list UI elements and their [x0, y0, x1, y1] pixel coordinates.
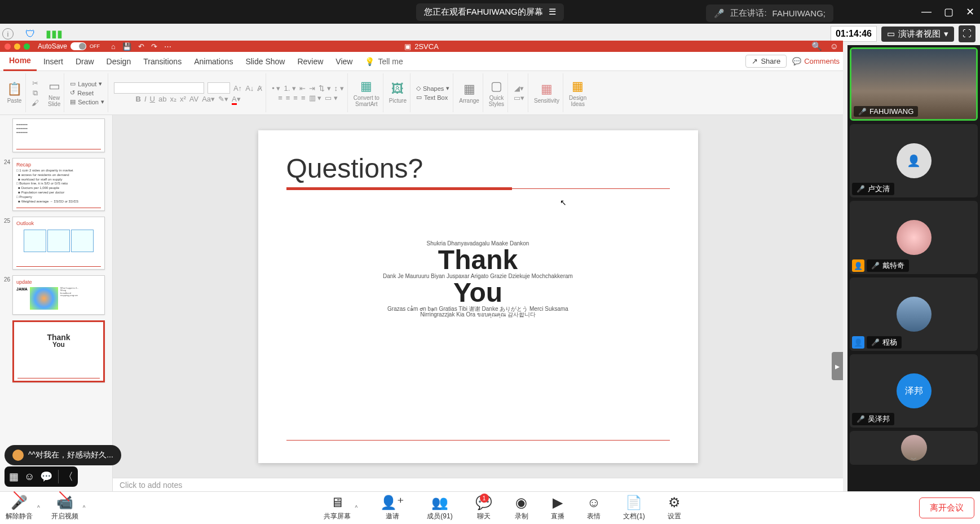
bullets-icon[interactable]: • ▾ — [272, 84, 280, 93]
docs-button[interactable]: 📄 文档(1) — [623, 495, 645, 521]
case-icon[interactable]: Aa▾ — [202, 95, 215, 103]
arrange-group[interactable]: ▦ Arrange — [456, 73, 483, 112]
chat-button[interactable]: 💬 1 聊天 — [475, 495, 492, 521]
shape-outline-icon[interactable]: ▭▾ — [514, 94, 524, 102]
toggle-off-icon[interactable] — [70, 42, 86, 50]
record-button[interactable]: ◉ 录制 — [515, 495, 528, 521]
bold-icon[interactable]: B — [136, 95, 141, 103]
slide-thumbnail-active[interactable]: Thank You — [12, 320, 105, 382]
font-color-icon[interactable]: A▾ — [232, 95, 241, 103]
slide-thumbnail[interactable]: Recap □ 1 coin 2 sides on disparity in m… — [12, 158, 105, 211]
tab-tellme[interactable]: 💡 Tell me — [359, 52, 408, 71]
close-dot-icon[interactable] — [5, 43, 11, 50]
align-text-icon[interactable]: ▭ ▾ — [325, 94, 338, 102]
paste-group[interactable]: 📋 Paste — [3, 73, 26, 112]
close-icon[interactable]: ✕ — [966, 6, 974, 18]
align-right-icon[interactable]: ≡ — [293, 94, 298, 102]
unmute-button[interactable]: 🎤 解除静音 — [6, 495, 33, 521]
strike-icon[interactable]: ab — [158, 95, 166, 103]
tab-home[interactable]: Home — [3, 51, 37, 71]
slide-canvas[interactable]: Questions? Shukria Dhanyavadagalu Maake … — [113, 115, 843, 478]
viewing-banner[interactable]: 您正在观看FAHUIWANG的屏幕 ☰ — [416, 3, 563, 21]
new-slide-group[interactable]: ▭ New Slide — [45, 73, 64, 112]
participants-button[interactable]: 👥 成员(91) — [427, 495, 452, 521]
minimize-dot-icon[interactable] — [14, 43, 20, 50]
video-tile[interactable]: ︿ 🎤 FAHUIWANG — [850, 47, 978, 121]
chevron-up-icon[interactable]: ^ — [83, 505, 86, 511]
tab-view[interactable]: View — [330, 52, 358, 71]
notes-pane[interactable]: Click to add notes — [113, 478, 843, 491]
chevron-up-icon[interactable]: ^ — [37, 505, 40, 511]
video-tile[interactable]: 👤 🎤 戴特奇 — [850, 201, 978, 274]
indent-increase-icon[interactable]: ⇥ — [309, 84, 315, 93]
convert-smartart-group[interactable]: ▦ Convert to SmartArt — [350, 73, 383, 112]
tab-transitions[interactable]: Transitions — [138, 52, 187, 71]
highlight-icon[interactable]: ✎▾ — [218, 95, 228, 103]
fullscreen-button[interactable]: ⛶ — [959, 25, 975, 42]
reactions-button[interactable]: ☺ 表情 — [587, 495, 601, 521]
shapes-button[interactable]: ◇ Shapes ▾ — [416, 85, 449, 92]
autosave-toggle[interactable]: AutoSave OFF — [38, 42, 100, 50]
maximize-icon[interactable]: ▢ — [944, 6, 953, 18]
side-panel-collapse-tab[interactable]: ▸ — [832, 352, 843, 380]
slide-thumbnails-panel[interactable]: ━━━━━━━━━━━━━━━ 24 Recap □ 1 coin 2 side… — [0, 115, 113, 491]
chat-bubble-icon[interactable]: 💬 — [40, 470, 52, 483]
tab-slideshow[interactable]: Slide Show — [240, 52, 290, 71]
tab-draw[interactable]: Draw — [70, 52, 100, 71]
shield-icon[interactable]: 🛡 — [24, 27, 37, 41]
thumbnail-row[interactable]: 24 Recap □ 1 coin 2 sides on disparity i… — [2, 158, 110, 211]
participants-panel[interactable]: ︿ 🎤 FAHUIWANG 👤 🎤 卢文清 👤 🎤 戴特奇 👤 🎤 程杨 泽邦 — [847, 45, 980, 491]
slide-thumbnail[interactable]: ━━━━━━━━━━━━━━━ — [12, 118, 105, 152]
info-icon[interactable]: i — [2, 28, 14, 39]
picture-group[interactable]: 🖼 Picture — [386, 73, 410, 112]
comments-button[interactable]: 💬 Comments — [792, 57, 840, 65]
shape-fill-icon[interactable]: ◢▾ — [514, 84, 524, 93]
thumbnail-row[interactable]: ━━━━━━━━━━━━━━━ — [2, 118, 110, 152]
numbering-icon[interactable]: 1. ▾ — [284, 84, 295, 93]
start-video-button[interactable]: 📹 开启视频 — [51, 495, 78, 521]
maximize-dot-icon[interactable] — [24, 43, 30, 50]
slide-thumbnail[interactable]: Outlook — [12, 217, 105, 270]
tab-insert[interactable]: Insert — [38, 52, 69, 71]
current-slide[interactable]: Questions? Shukria Dhanyavadagalu Maake … — [258, 130, 698, 463]
share-screen-button[interactable]: 🖥 共享屏幕 — [324, 495, 351, 521]
copy-icon[interactable]: ⧉ — [33, 89, 38, 98]
superscript-icon[interactable]: x² — [180, 95, 186, 103]
textbox-button[interactable]: ▭ Text Box — [416, 94, 449, 101]
section-button[interactable]: ▤ Section ▾ — [70, 98, 104, 105]
font-family-select[interactable] — [114, 82, 204, 94]
view-mode-button[interactable]: ▭ 演讲者视图 ▾ — [881, 27, 954, 42]
reset-button[interactable]: ↺ Reset — [70, 89, 104, 96]
line-spacing-icon[interactable]: ⇅ ▾ — [319, 84, 331, 93]
subscript-icon[interactable]: x₂ — [170, 95, 176, 103]
char-spacing-icon[interactable]: AV — [189, 95, 198, 103]
slide-thumbnail[interactable]: update JAMA What happens if...Wangbroadb… — [12, 275, 105, 315]
shrink-font-icon[interactable]: A↓ — [245, 84, 254, 93]
settings-button[interactable]: ⚙ 设置 — [668, 495, 681, 521]
columns-icon[interactable]: ▥ ▾ — [309, 94, 322, 102]
viewing-menu-icon[interactable]: ☰ — [549, 7, 556, 17]
design-ideas-group[interactable]: ▦ Design Ideas — [566, 73, 590, 112]
tab-review[interactable]: Review — [292, 52, 329, 71]
clear-format-icon[interactable]: A̷ — [257, 84, 262, 93]
thumbnail-row[interactable]: 26 update JAMA What happens if...Wangbro… — [2, 275, 110, 315]
invite-button[interactable]: 👤⁺ 邀请 — [380, 495, 404, 521]
save-icon[interactable]: 💾 — [122, 42, 131, 51]
video-tile[interactable]: 👤 🎤 卢文清 — [850, 124, 978, 197]
minimize-icon[interactable]: — — [921, 6, 932, 18]
smile-icon[interactable]: ☺ — [830, 41, 838, 51]
chevron-up-icon[interactable]: ^ — [355, 505, 358, 511]
video-tile[interactable]: 👤 🎤 程杨 — [850, 278, 978, 351]
italic-icon[interactable]: I — [144, 95, 147, 103]
leave-meeting-button[interactable]: 离开会议 — [919, 497, 974, 518]
chevron-down-icon[interactable]: ﹀ — [911, 455, 917, 464]
video-tile[interactable]: ﹀ — [850, 431, 978, 465]
align-center-icon[interactable]: ≡ — [286, 94, 290, 102]
emoji-icon[interactable]: ☺ — [24, 471, 34, 483]
thumbnail-row[interactable]: 25 Outlook — [2, 217, 110, 270]
home-icon[interactable]: ⌂ — [111, 42, 116, 51]
thumbnail-row[interactable]: Thank You — [2, 320, 110, 382]
search-icon[interactable]: 🔍 — [811, 41, 822, 51]
underline-icon[interactable]: U — [150, 95, 155, 103]
live-button[interactable]: ▶ 直播 — [551, 495, 564, 521]
